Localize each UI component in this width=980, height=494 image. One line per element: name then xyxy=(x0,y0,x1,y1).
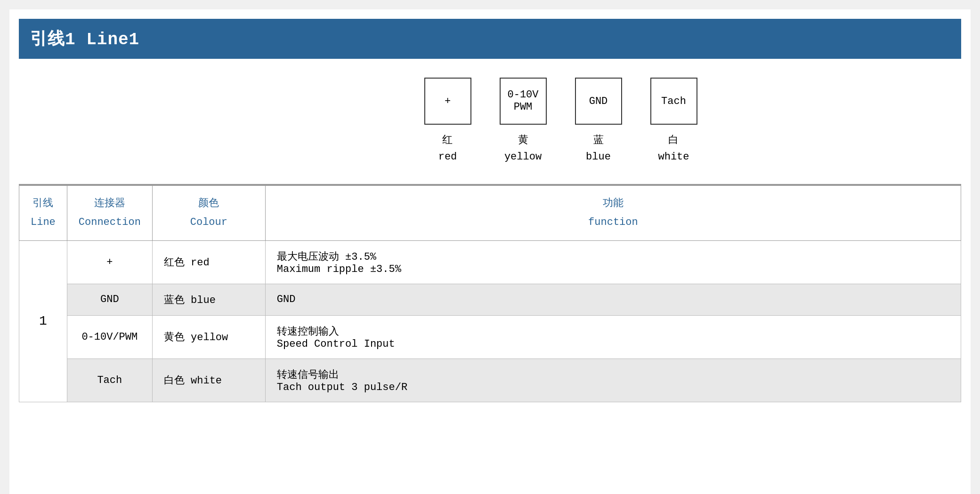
connection-cell: 0-10V/PWM xyxy=(67,315,152,359)
colour-cell: 黄色 yellow xyxy=(152,315,265,359)
function-chinese: 转速控制输入 xyxy=(277,324,949,338)
header-function-english: function xyxy=(277,213,949,232)
connector-tach: Tach 白 white xyxy=(650,78,697,165)
connector-box-gnd: GND xyxy=(575,78,622,125)
connector-english-gnd: blue xyxy=(586,149,611,165)
function-chinese: 转速信号输出 xyxy=(277,367,949,382)
connector-pwm-line2: PWM xyxy=(514,101,533,113)
colour-cell: 红色 red xyxy=(152,240,265,284)
connector-label-tach: 白 white xyxy=(658,132,689,165)
header-colour: 颜色 Colour xyxy=(152,185,265,240)
table-header-row: 引线 Line 连接器 Connection 颜色 Colour 功能 func… xyxy=(19,185,961,240)
connector-chinese-tach: 白 xyxy=(658,132,689,149)
connector-symbol-plus: + xyxy=(445,96,451,107)
function-cell: GND xyxy=(265,284,961,315)
function-chinese: GND xyxy=(277,294,949,305)
connection-cell: Tach xyxy=(67,359,152,402)
header-line-chinese: 引线 xyxy=(31,194,56,213)
connector-label-gnd: 蓝 blue xyxy=(586,132,611,165)
wire-table: 引线 Line 连接器 Connection 颜色 Colour 功能 func… xyxy=(19,185,961,402)
table-row: 0-10V/PWM黄色 yellow转速控制输入Speed Control In… xyxy=(19,315,961,359)
header-connection-english: Connection xyxy=(79,213,141,232)
section-title: 引线1 Line1 xyxy=(19,19,961,59)
function-english: Speed Control Input xyxy=(277,338,949,350)
connector-chinese-plus: 红 xyxy=(438,132,457,149)
connector-gnd: GND 蓝 blue xyxy=(575,78,622,165)
function-cell: 转速信号输出Tach output 3 pulse/R xyxy=(265,359,961,402)
function-english: Maximum ripple ±3.5% xyxy=(277,263,949,275)
table-row: 1+红色 red最大电压波动 ±3.5%Maximum ripple ±3.5% xyxy=(19,240,961,284)
line-number: 1 xyxy=(19,240,67,402)
connector-symbol-gnd: GND xyxy=(589,96,608,107)
connector-chinese-pwm: 黄 xyxy=(504,132,542,149)
header-line: 引线 Line xyxy=(19,185,67,240)
connector-plus: + 红 red xyxy=(424,78,471,165)
connector-diagram: + 红 red 0-10V PWM 黄 yellow xyxy=(19,59,961,185)
connector-english-pwm: yellow xyxy=(504,149,542,165)
colour-cell: 白色 white xyxy=(152,359,265,402)
colour-cell: 蓝色 blue xyxy=(152,284,265,315)
connection-cell: + xyxy=(67,240,152,284)
connection-cell: GND xyxy=(67,284,152,315)
connector-box-tach: Tach xyxy=(650,78,697,125)
table-row: GND蓝色 blueGND xyxy=(19,284,961,315)
header-connection: 连接器 Connection xyxy=(67,185,152,240)
connector-pwm: 0-10V PWM 黄 yellow xyxy=(500,78,547,165)
connector-symbol-tach: Tach xyxy=(661,96,686,107)
connector-box-plus: + xyxy=(424,78,471,125)
header-function-chinese: 功能 xyxy=(277,194,949,213)
header-connection-chinese: 连接器 xyxy=(79,194,141,213)
connector-chinese-gnd: 蓝 xyxy=(586,132,611,149)
header-colour-english: Colour xyxy=(164,213,254,232)
connector-english-tach: white xyxy=(658,149,689,165)
header-colour-chinese: 颜色 xyxy=(164,194,254,213)
function-chinese: 最大电压波动 ±3.5% xyxy=(277,249,949,263)
connector-label-plus: 红 red xyxy=(438,132,457,165)
connector-pwm-line1: 0-10V xyxy=(507,89,538,101)
function-cell: 最大电压波动 ±3.5%Maximum ripple ±3.5% xyxy=(265,240,961,284)
function-english: Tach output 3 pulse/R xyxy=(277,382,949,393)
function-cell: 转速控制输入Speed Control Input xyxy=(265,315,961,359)
connector-box-pwm: 0-10V PWM xyxy=(500,78,547,125)
connector-label-pwm: 黄 yellow xyxy=(504,132,542,165)
connector-english-plus: red xyxy=(438,149,457,165)
header-line-english: Line xyxy=(31,213,56,232)
header-function: 功能 function xyxy=(265,185,961,240)
table-row: Tach白色 white转速信号输出Tach output 3 pulse/R xyxy=(19,359,961,402)
